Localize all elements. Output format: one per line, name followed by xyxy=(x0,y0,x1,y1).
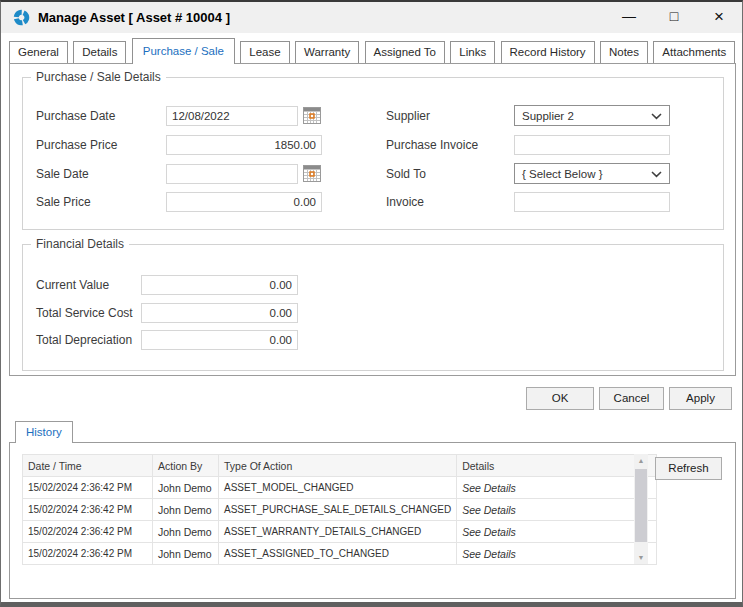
purchase-date-calendar-button[interactable] xyxy=(303,107,321,125)
cell-action-by: John Demo xyxy=(153,521,219,543)
tab-purchase-sale[interactable]: Purchase / Sale xyxy=(132,38,235,64)
sale-date-calendar-button[interactable] xyxy=(303,165,321,183)
tab-history[interactable]: History xyxy=(15,421,73,443)
total-service-cost-label: Total Service Cost xyxy=(36,303,133,323)
tab-lease[interactable]: Lease xyxy=(240,41,289,64)
tab-details[interactable]: Details xyxy=(73,41,126,64)
cell-type-of-action: ASSET_ASSIGNED_TO_CHANGED xyxy=(219,543,457,565)
refresh-button[interactable]: Refresh xyxy=(655,457,722,480)
invoice-input[interactable] xyxy=(514,192,670,212)
current-value-input[interactable] xyxy=(141,275,298,295)
cell-action-by: John Demo xyxy=(153,543,219,565)
cancel-button[interactable]: Cancel xyxy=(599,387,664,410)
scrollbar-thumb[interactable] xyxy=(635,469,647,542)
apply-button[interactable]: Apply xyxy=(669,387,732,410)
tab-general[interactable]: General xyxy=(9,41,68,64)
purchase-invoice-input[interactable] xyxy=(514,135,670,155)
supplier-select[interactable]: Supplier 2 xyxy=(514,105,670,126)
sale-price-label: Sale Price xyxy=(36,192,91,212)
see-details-link[interactable]: See Details xyxy=(457,521,657,543)
sold-to-select-value: { Select Below } xyxy=(522,168,603,180)
total-depreciation-input[interactable] xyxy=(141,330,298,350)
tab-strip: General Details Purchase / Sale Lease Wa… xyxy=(9,38,737,64)
table-row[interactable]: 15/02/2024 2:36:42 PM John Demo ASSET_WA… xyxy=(23,521,657,543)
purchase-price-label: Purchase Price xyxy=(36,135,117,155)
tab-links[interactable]: Links xyxy=(450,41,495,64)
supplier-select-value: Supplier 2 xyxy=(522,110,574,122)
cell-type-of-action: ASSET_MODEL_CHANGED xyxy=(219,477,457,499)
table-header-row: Date / Time Action By Type Of Action Det… xyxy=(23,455,657,477)
cell-date-time: 15/02/2024 2:36:42 PM xyxy=(23,521,153,543)
cell-action-by: John Demo xyxy=(153,499,219,521)
tab-record-history[interactable]: Record History xyxy=(501,41,595,64)
supplier-label: Supplier xyxy=(386,106,430,126)
table-row[interactable]: 15/02/2024 2:36:42 PM John Demo ASSET_MO… xyxy=(23,477,657,499)
table-row[interactable]: 15/02/2024 2:36:42 PM John Demo ASSET_AS… xyxy=(23,543,657,565)
current-value-label: Current Value xyxy=(36,275,109,295)
manage-asset-window: Manage Asset [ Asset # 10004 ] — □ × Gen… xyxy=(0,0,743,607)
groupbox-legend: Purchase / Sale Details xyxy=(31,70,166,84)
app-logo-icon xyxy=(13,9,30,26)
calendar-icon xyxy=(303,112,321,127)
history-table: Date / Time Action By Type Of Action Det… xyxy=(22,454,657,565)
title-bar: Manage Asset [ Asset # 10004 ] — □ × xyxy=(1,2,742,33)
cell-action-by: John Demo xyxy=(153,477,219,499)
cell-type-of-action: ASSET_WARRANTY_DETAILS_CHANGED xyxy=(219,521,457,543)
sold-to-label: Sold To xyxy=(386,164,426,184)
purchase-sale-tab-page: Purchase / Sale Details Purchase Date Pu… xyxy=(9,63,736,376)
sold-to-select[interactable]: { Select Below } xyxy=(514,163,670,184)
invoice-label: Invoice xyxy=(386,192,424,212)
maximize-button[interactable]: □ xyxy=(657,2,691,33)
scroll-up-icon[interactable]: ▲ xyxy=(634,454,648,467)
chevron-down-icon xyxy=(651,110,662,122)
purchase-date-label: Purchase Date xyxy=(36,106,115,126)
tab-assigned-to[interactable]: Assigned To xyxy=(365,41,445,64)
total-depreciation-label: Total Depreciation xyxy=(36,330,132,350)
tab-warranty[interactable]: Warranty xyxy=(295,41,359,64)
chevron-down-icon xyxy=(651,168,662,180)
groupbox-legend: Financial Details xyxy=(31,237,129,251)
history-table-scrollbar[interactable]: ▲ ▼ xyxy=(634,454,648,564)
purchase-date-input[interactable] xyxy=(166,106,298,126)
see-details-link[interactable]: See Details xyxy=(457,543,657,565)
sale-price-input[interactable] xyxy=(166,192,322,212)
column-header-date-time[interactable]: Date / Time xyxy=(23,455,153,477)
calendar-icon xyxy=(303,170,321,185)
ok-button[interactable]: OK xyxy=(526,387,594,410)
scroll-down-icon[interactable]: ▼ xyxy=(634,551,648,564)
cell-type-of-action: ASSET_PURCHASE_SALE_DETAILS_CHANGED xyxy=(219,499,457,521)
sale-date-input[interactable] xyxy=(166,164,298,184)
purchase-price-input[interactable] xyxy=(166,135,322,155)
minimize-button[interactable]: — xyxy=(612,2,646,33)
see-details-link[interactable]: See Details xyxy=(457,477,657,499)
total-service-cost-input[interactable] xyxy=(141,303,298,323)
table-row[interactable]: 15/02/2024 2:36:42 PM John Demo ASSET_PU… xyxy=(23,499,657,521)
cell-date-time: 15/02/2024 2:36:42 PM xyxy=(23,477,153,499)
cell-date-time: 15/02/2024 2:36:42 PM xyxy=(23,499,153,521)
cell-date-time: 15/02/2024 2:36:42 PM xyxy=(23,543,153,565)
column-header-details[interactable]: Details xyxy=(457,455,657,477)
column-header-type-of-action[interactable]: Type Of Action xyxy=(219,455,457,477)
history-panel: Date / Time Action By Type Of Action Det… xyxy=(9,442,736,599)
tab-notes[interactable]: Notes xyxy=(600,41,648,64)
sale-date-label: Sale Date xyxy=(36,164,89,184)
purchase-invoice-label: Purchase Invoice xyxy=(386,135,478,155)
column-header-action-by[interactable]: Action By xyxy=(153,455,219,477)
close-button[interactable]: × xyxy=(702,2,736,33)
see-details-link[interactable]: See Details xyxy=(457,499,657,521)
window-title: Manage Asset [ Asset # 10004 ] xyxy=(38,2,230,33)
tab-attachments[interactable]: Attachments xyxy=(653,41,735,64)
